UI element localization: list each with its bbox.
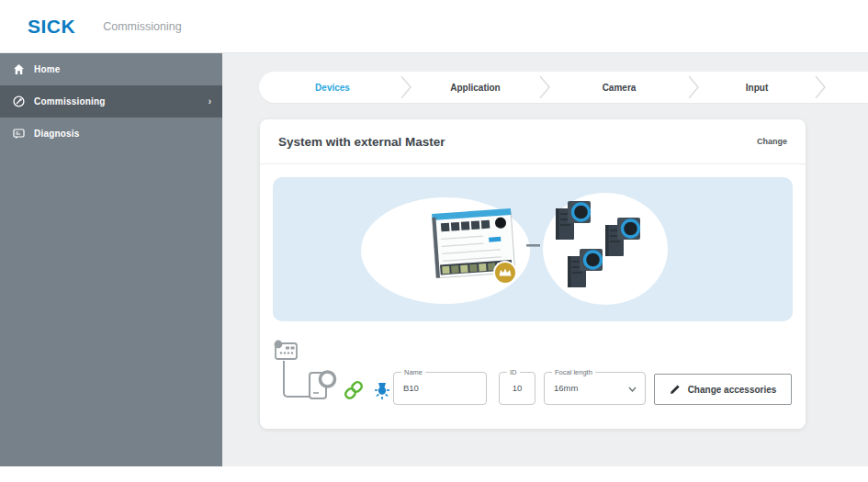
sidebar-item-home[interactable]: Home [0,53,222,85]
focal-length-label: Focal length [552,368,595,376]
name-input[interactable]: Name B10 [393,372,487,405]
name-field-value: B10 [394,373,486,404]
step-label: Camera [603,83,637,93]
step-devices[interactable]: Devices [259,72,406,103]
sidebar: Home Commissioning › Diagnosis [0,53,222,466]
sick-logo: SICK [28,16,75,38]
content-area: Devices Application Camera Input [222,53,868,466]
illumination-icon [370,377,394,403]
master-device-icon [273,339,299,363]
commissioning-icon [13,95,25,107]
step-camera[interactable]: Camera [545,72,693,103]
chevron-down-icon [628,387,637,392]
change-accessories-button[interactable]: Change accessories [654,374,792,405]
sidebar-item-commissioning[interactable]: Commissioning › [0,85,222,118]
connection-dash [526,244,540,247]
step-application[interactable]: Application [406,72,545,103]
name-field-label: Name [401,368,425,376]
bottom-strip [0,466,868,482]
camera-device-icon [308,366,337,401]
focal-length-select[interactable]: Focal length 16mm [544,372,646,405]
change-link[interactable]: Change [757,137,787,146]
system-card: System with external Master Change [260,119,806,429]
step-label: Input [746,83,768,93]
crown-badge-icon [494,262,516,284]
card-title: System with external Master [278,135,445,149]
sidebar-item-label: Commissioning [34,96,106,106]
diagnosis-icon [13,128,25,140]
home-icon [13,63,25,75]
device-config-row: Name B10 ID 10 Focal length 16mm [273,339,793,426]
wizard-steps-bar: Devices Application Camera Input [259,72,868,103]
sidebar-item-label: Home [34,64,61,74]
change-accessories-label: Change accessories [688,385,777,395]
id-field-label: ID [507,368,520,376]
sidebar-item-diagnosis[interactable]: Diagnosis [0,118,222,150]
step-input[interactable]: Input [693,72,820,103]
step-next-empty [820,72,868,103]
link-icon [343,379,365,401]
app-window: SICK Commissioning Home Commissioning › [0,0,868,482]
id-field-value: 10 [500,373,535,404]
card-header: System with external Master Change [260,119,806,164]
step-label: Application [450,83,500,93]
hierarchy-connector-line [283,361,310,398]
top-header: SICK Commissioning [0,0,868,53]
id-input[interactable]: ID 10 [499,372,535,405]
system-illustration [273,177,793,321]
system-illustration-panel [273,177,793,321]
chevron-right-icon: › [209,96,211,106]
sidebar-item-label: Diagnosis [34,129,80,139]
pencil-icon [670,384,681,395]
step-label: Devices [315,83,350,93]
app-title: Commissioning [103,20,181,33]
